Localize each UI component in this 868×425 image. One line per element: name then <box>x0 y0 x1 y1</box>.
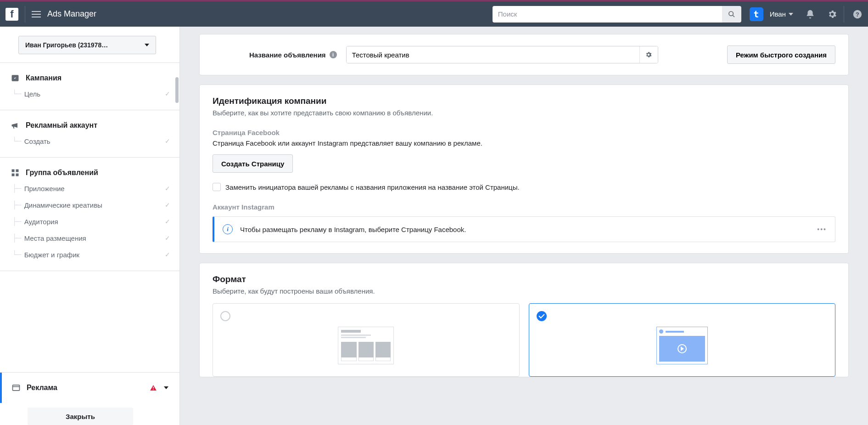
check-icon: ✓ <box>165 218 170 225</box>
nav-section-ad-account: Рекламный аккаунт └─ Создать ✓ <box>0 110 179 157</box>
create-page-button[interactable]: Создать Страницу <box>213 154 293 173</box>
nav-ad-set-title: Группа объявлений <box>26 169 98 177</box>
play-icon <box>678 344 687 353</box>
single-video-illustration <box>537 327 828 364</box>
help-icon[interactable]: ? <box>852 9 862 19</box>
nav-item-budget[interactable]: └─Бюджет и график✓ <box>10 249 170 261</box>
check-icon: ✓ <box>165 90 170 97</box>
quick-create-button[interactable]: Режим быстрого создания <box>727 45 835 64</box>
nav-section-ad-set: Группа объявлений ├─Приложение✓ ├─Динами… <box>0 158 179 271</box>
instagram-info-box: i Чтобы размещать рекламу в Instagram, в… <box>213 216 835 242</box>
ad-name-label: Название объявления <box>249 51 326 59</box>
gear-icon <box>645 51 652 58</box>
check-icon: ✓ <box>165 185 170 192</box>
carousel-illustration <box>220 327 512 364</box>
ad-icon <box>11 383 21 393</box>
check-icon: ✓ <box>165 251 170 258</box>
radio-checked <box>537 311 547 321</box>
svg-text:?: ? <box>856 11 859 17</box>
replace-sponsor-label: Заменить инициатора вашей рекламы с назв… <box>225 183 520 191</box>
nav-ad-title: Реклама <box>27 384 57 392</box>
chevron-down-icon <box>145 44 149 46</box>
identity-subtitle: Выберите, как вы хотите представить свою… <box>213 109 835 117</box>
facebook-logo[interactable]: f <box>6 8 18 21</box>
format-option-single[interactable] <box>529 303 836 377</box>
search-input[interactable] <box>493 6 722 23</box>
info-icon: i <box>223 224 233 234</box>
format-subtitle: Выберите, как будут построены ваши объяв… <box>213 287 835 295</box>
format-option-carousel[interactable] <box>213 303 520 377</box>
instagram-label: Аккаунт Instagram <box>213 203 835 211</box>
replace-sponsor-checkbox[interactable] <box>213 183 221 191</box>
menu-icon[interactable] <box>32 11 41 17</box>
check-icon: ✓ <box>165 201 170 209</box>
nav-item-app[interactable]: ├─Приложение✓ <box>10 182 170 194</box>
chevron-down-icon <box>789 13 793 16</box>
settings-icon[interactable] <box>827 9 837 19</box>
nav-item-create[interactable]: └─ Создать ✓ <box>10 135 170 147</box>
warning-icon <box>149 384 157 392</box>
app-title: Ads Manager <box>47 9 96 19</box>
format-title: Формат <box>213 274 835 284</box>
nav-section-ad[interactable]: Реклама <box>0 373 179 403</box>
check-icon: ✓ <box>165 137 170 145</box>
account-selector[interactable]: Иван Григорьев (231978… <box>18 36 156 54</box>
megaphone-icon <box>10 120 20 130</box>
user-name-label: Иван <box>770 10 786 18</box>
nav-item-placements[interactable]: ├─Места размещения✓ <box>10 232 170 244</box>
nav-section-campaign: Кампания └─ Цель ✓ <box>0 63 179 110</box>
ad-name-settings-button[interactable] <box>639 46 658 63</box>
notifications-icon[interactable] <box>805 9 815 19</box>
svg-point-0 <box>729 11 733 16</box>
chevron-down-icon <box>164 386 168 389</box>
close-button[interactable]: Закрыть <box>28 408 133 425</box>
svg-rect-5 <box>12 170 15 172</box>
fb-page-desc: Страница Facebook или аккаунт Instagram … <box>213 139 835 147</box>
check-icon: ✓ <box>165 234 170 242</box>
svg-rect-6 <box>16 170 19 172</box>
fb-page-label: Страница Facebook <box>213 129 835 136</box>
svg-rect-9 <box>13 385 20 391</box>
instagram-info-text: Чтобы размещать рекламу в Instagram, выб… <box>240 226 810 233</box>
identity-title: Идентификация компании <box>213 96 835 106</box>
nav-item-goal[interactable]: └─ Цель ✓ <box>10 88 170 100</box>
account-label: Иван Григорьев (231978… <box>25 41 108 49</box>
info-icon[interactable]: i <box>330 51 337 58</box>
search-button[interactable] <box>722 6 741 23</box>
svg-rect-8 <box>16 174 19 176</box>
svg-rect-7 <box>12 174 15 176</box>
sidebar-scrollbar[interactable] <box>177 27 179 425</box>
user-menu[interactable]: Иван <box>770 10 793 18</box>
ad-name-input[interactable] <box>347 46 639 63</box>
svg-line-1 <box>733 15 734 17</box>
nav-ad-account-title: Рекламный аккаунт <box>26 121 97 130</box>
more-icon[interactable]: ••• <box>817 226 827 233</box>
nav-campaign-title: Кампания <box>26 74 62 82</box>
app-switcher-icon[interactable] <box>750 7 763 21</box>
campaign-icon <box>10 73 20 83</box>
radio-unchecked <box>220 311 230 321</box>
nav-item-dynamic[interactable]: ├─Динамические креативы✓ <box>10 199 170 211</box>
nav-item-audience[interactable]: ├─Аудитория✓ <box>10 215 170 227</box>
grid-icon <box>10 168 20 178</box>
search-icon <box>728 11 735 18</box>
